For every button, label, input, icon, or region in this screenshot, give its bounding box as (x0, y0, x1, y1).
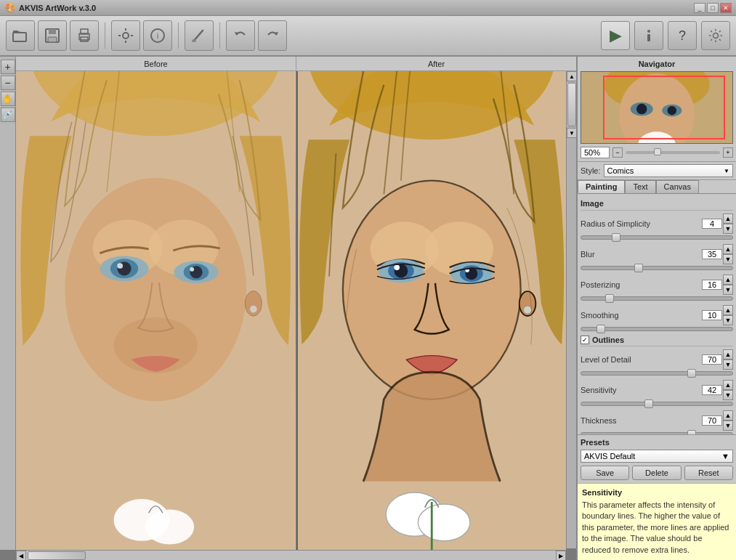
zoom-plus-button[interactable]: + (723, 147, 733, 158)
info-panel: Sensitivity This parameter affects the i… (578, 483, 736, 560)
vertical-scrollbar[interactable]: ▲ ▼ (566, 71, 576, 548)
sensitivity-slider[interactable] (581, 402, 733, 406)
zoom-slider[interactable] (626, 151, 720, 154)
top-right-buttons: ▶ ? (601, 21, 730, 50)
navigator-preview[interactable] (581, 71, 733, 144)
sensitivity-value[interactable]: 42 (702, 385, 722, 395)
hand-tool[interactable]: ✋ (1, 92, 15, 106)
zoom-in-tool[interactable]: + (1, 60, 15, 74)
zoom-out-tool[interactable]: − (1, 76, 15, 90)
smoothing-thumb[interactable] (597, 325, 605, 333)
gear-button[interactable] (701, 21, 730, 50)
outlines-checkbox[interactable]: ✓ (581, 336, 589, 344)
posterizing-down[interactable]: ▼ (723, 285, 733, 295)
level-detail-thumb[interactable] (687, 369, 696, 378)
canvas-content[interactable]: ▲ ▼ ◀ ▶ (16, 71, 576, 560)
radius-simplicity-value[interactable]: 4 (702, 219, 722, 229)
sensitivity-up[interactable]: ▲ (723, 380, 733, 390)
posterizing-slider[interactable] (581, 296, 733, 301)
delete-preset-button[interactable]: Delete (632, 466, 681, 480)
posterizing-label: Posterizing (581, 280, 620, 289)
scroll-left-button[interactable]: ◀ (16, 551, 26, 560)
presets-value: AKVIS Default (584, 452, 635, 460)
radius-simplicity-down[interactable]: ▼ (723, 224, 733, 234)
settings-button[interactable] (111, 20, 140, 51)
toolbar-separator-2 (178, 23, 179, 49)
smoothing-slider[interactable] (581, 327, 733, 331)
zoom-value[interactable]: 50% (581, 147, 610, 158)
reset-preset-button[interactable]: Reset (684, 466, 733, 480)
save-button[interactable] (38, 20, 67, 51)
settings-tabs: Painting Text Canvas (578, 180, 736, 194)
tab-text[interactable]: Text (625, 180, 655, 193)
radius-simplicity-slider[interactable] (581, 235, 733, 240)
sensitivity-thumb[interactable] (644, 399, 653, 408)
save-preset-button[interactable]: Save (581, 466, 629, 480)
hscroll-track[interactable] (26, 551, 556, 560)
hscroll-thumb[interactable] (28, 551, 86, 560)
svg-rect-1 (13, 33, 26, 41)
minimize-button[interactable]: _ (694, 3, 705, 13)
radius-simplicity-thumb[interactable] (612, 233, 620, 242)
blur-param: Blur 35 ▲ ▼ (581, 244, 733, 270)
presets-buttons: Save Delete Reset (581, 466, 733, 480)
info-button[interactable] (634, 21, 663, 50)
thickness-up[interactable]: ▲ (723, 410, 733, 421)
radius-simplicity-up[interactable]: ▲ (723, 214, 733, 224)
undo-button[interactable] (226, 20, 255, 51)
posterizing-up[interactable]: ▲ (723, 275, 733, 285)
print-button[interactable] (70, 20, 99, 51)
smoothing-up[interactable]: ▲ (723, 305, 733, 315)
maximize-button[interactable]: □ (707, 3, 719, 13)
scroll-down-button[interactable]: ▼ (567, 128, 576, 138)
posterizing-thumb[interactable] (605, 294, 614, 303)
thickness-thumb[interactable] (687, 430, 696, 434)
scroll-up-button[interactable]: ▲ (567, 71, 576, 81)
titlebar-controls[interactable]: _ □ ✕ (694, 3, 732, 13)
zoom-minus-button[interactable]: − (612, 147, 623, 158)
tab-canvas[interactable]: Canvas (656, 180, 699, 193)
canvas-split-divider[interactable] (296, 71, 298, 550)
about-button[interactable]: i (143, 20, 172, 51)
level-detail-up[interactable]: ▲ (723, 349, 733, 360)
sensitivity-down[interactable]: ▼ (723, 390, 733, 400)
radius-simplicity-param: Radius of Simplicity 4 ▲ ▼ (581, 214, 733, 240)
after-label: After (296, 57, 576, 70)
eyedropper-tool[interactable]: 💉 (1, 107, 15, 122)
level-detail-value[interactable]: 70 (702, 354, 722, 365)
presets-dropdown[interactable]: AKVIS Default ▼ (581, 450, 733, 463)
blur-down[interactable]: ▼ (723, 254, 733, 264)
svg-point-15 (713, 33, 719, 38)
blur-value[interactable]: 35 (702, 249, 722, 259)
zoom-slider-thumb[interactable] (654, 148, 661, 155)
pane-headers: Before After (16, 57, 576, 71)
horizontal-scrollbar[interactable]: ◀ ▶ (16, 550, 566, 560)
smoothing-down[interactable]: ▼ (723, 315, 733, 325)
scroll-thumb[interactable] (567, 83, 576, 126)
posterizing-value[interactable]: 16 (702, 280, 722, 290)
level-detail-slider[interactable] (581, 371, 733, 376)
app-icon: 🎨 (4, 2, 16, 13)
scroll-right-button[interactable]: ▶ (556, 551, 566, 560)
toolbar: i ▶ ? (0, 16, 736, 57)
level-detail-label: Level of Detail (581, 355, 631, 364)
style-dropdown[interactable]: Comics ▼ (604, 164, 733, 177)
scroll-track[interactable] (567, 83, 576, 126)
smoothing-param: Smoothing 10 ▲ ▼ (581, 305, 733, 331)
thickness-down[interactable]: ▼ (723, 421, 733, 431)
thickness-slider[interactable] (581, 432, 733, 434)
smoothing-value[interactable]: 10 (702, 310, 722, 320)
thickness-value[interactable]: 70 (702, 415, 722, 426)
level-detail-down[interactable]: ▼ (723, 360, 733, 370)
brush-tool-button[interactable] (185, 20, 214, 51)
blur-up[interactable]: ▲ (723, 244, 733, 254)
close-button[interactable]: ✕ (720, 3, 732, 13)
run-button[interactable]: ▶ (601, 21, 630, 50)
tab-painting[interactable]: Painting (578, 180, 625, 193)
app-title: AKVIS ArtWork v.3.0 (19, 4, 96, 12)
blur-thumb[interactable] (634, 264, 643, 272)
open-button[interactable] (6, 20, 35, 51)
help-button[interactable]: ? (668, 21, 697, 50)
blur-slider[interactable] (581, 266, 733, 270)
redo-button[interactable] (258, 20, 287, 51)
